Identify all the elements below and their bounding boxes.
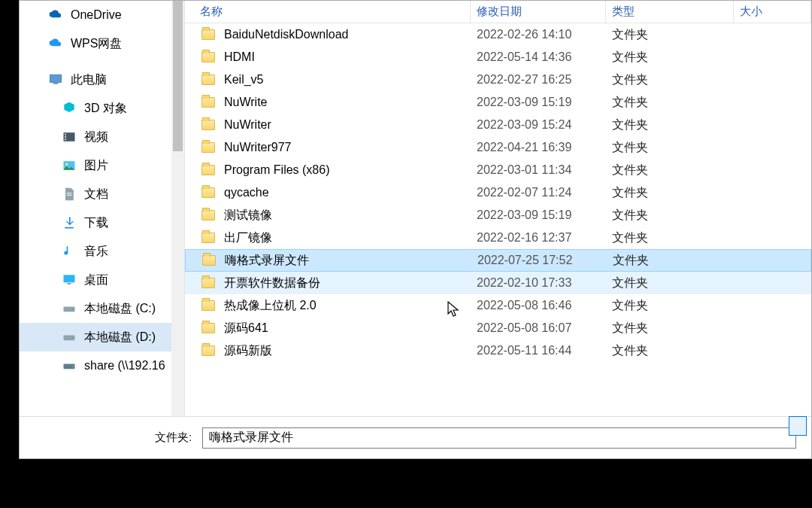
file-name: BaiduNetdiskDownload (224, 28, 348, 41)
scroll-thumb[interactable] (173, 1, 183, 151)
list-header: 名称 修改日期 类型 大小 (185, 1, 811, 23)
sidebar-item-5[interactable]: 图片 (20, 151, 177, 180)
sidebar-item-6[interactable]: 文档 (20, 180, 177, 208)
downloads-icon (62, 215, 77, 230)
svg-rect-5 (65, 139, 66, 141)
ok-button[interactable] (789, 416, 807, 436)
column-size[interactable]: 大小 (734, 1, 811, 23)
folder-icon (201, 75, 215, 85)
svg-rect-10 (68, 283, 71, 284)
sidebar-item-label: 图片 (84, 158, 108, 174)
file-row[interactable]: 热成像上位机 2.02022-05-08 16:46文件夹 (185, 294, 811, 317)
file-type: 文件夹 (606, 50, 734, 65)
file-date: 2022-02-07 11:24 (471, 186, 606, 199)
sidebar-item-10[interactable]: 本地磁盘 (C:) (20, 294, 177, 323)
cloud-wps-icon (48, 36, 63, 51)
file-type: 文件夹 (606, 117, 734, 133)
file-row[interactable]: BaiduNetdiskDownload2022-02-26 14:10文件夹 (185, 23, 811, 46)
file-row[interactable]: 出厂镜像2022-02-16 12:37文件夹 (185, 227, 811, 249)
file-dialog: OneDriveWPS网盘此电脑3D 对象视频图片文档下载音乐桌面本地磁盘 (C… (19, 0, 812, 459)
file-row[interactable]: 源码6412022-05-08 16:07文件夹 (185, 317, 811, 339)
file-name: 开票软件数据备份 (224, 275, 320, 291)
sidebar-item-label: 3D 对象 (84, 101, 127, 117)
sidebar-item-2[interactable]: 此电脑 (20, 65, 177, 94)
folder-icon (201, 187, 215, 198)
file-row[interactable]: NuWriter2022-03-09 15:24文件夹 (185, 114, 811, 136)
file-name: NuWriter977 (224, 141, 292, 154)
file-row[interactable]: 嗨格式录屏文件2022-07-25 17:52文件夹 (185, 249, 811, 272)
sidebar-item-7[interactable]: 下载 (20, 208, 177, 237)
sidebar-item-4[interactable]: 视频 (20, 123, 177, 151)
folder-icon (201, 210, 215, 221)
file-name: 源码新版 (224, 343, 272, 359)
bottom-bar: 文件夹: (20, 416, 811, 458)
file-row[interactable]: 开票软件数据备份2022-02-10 17:33文件夹 (185, 272, 811, 294)
folder-icon (201, 300, 215, 311)
file-type: 文件夹 (606, 140, 734, 156)
column-date[interactable]: 修改日期 (471, 1, 606, 23)
sidebar-item-12[interactable]: share (\\192.16 (20, 351, 177, 380)
file-date: 2022-05-08 16:46 (471, 299, 606, 312)
sidebar-item-1[interactable]: WPS网盘 (20, 29, 177, 58)
folder-icon (201, 323, 215, 333)
file-type: 文件夹 (606, 72, 734, 88)
drive-icon (62, 330, 77, 345)
sidebar: OneDriveWPS网盘此电脑3D 对象视频图片文档下载音乐桌面本地磁盘 (C… (20, 1, 185, 416)
file-date: 2022-03-09 15:19 (471, 208, 606, 222)
pictures-icon (62, 158, 77, 173)
file-row[interactable]: Program Files (x86)2022-03-01 11:34文件夹 (185, 159, 811, 181)
cloud-onedrive-icon (48, 8, 63, 23)
folder-icon (201, 120, 215, 130)
file-name: HDMI (224, 50, 255, 64)
column-name[interactable]: 名称 (185, 1, 471, 23)
file-row[interactable]: Keil_v52022-02-27 16:25文件夹 (185, 68, 811, 91)
file-row[interactable]: NuWriter9772022-04-21 16:39文件夹 (185, 136, 811, 159)
file-row[interactable]: 源码新版2022-05-11 16:44文件夹 (185, 339, 811, 362)
list-body: BaiduNetdiskDownload2022-02-26 14:10文件夹H… (185, 23, 811, 416)
sidebar-item-label: 桌面 (84, 272, 108, 288)
sidebar-item-0[interactable]: OneDrive (20, 1, 177, 29)
svg-rect-9 (64, 275, 75, 282)
file-name: Keil_v5 (224, 73, 263, 87)
sidebar-scrollbar[interactable] (171, 1, 184, 416)
folder-icon (201, 52, 215, 62)
folder-input[interactable] (202, 427, 796, 449)
documents-icon (62, 187, 77, 202)
file-date: 2022-05-14 14:36 (471, 50, 606, 64)
file-type: 文件夹 (606, 321, 734, 336)
sidebar-item-label: 本地磁盘 (D:) (84, 330, 156, 345)
folder-icon (201, 278, 215, 288)
drive-icon (62, 301, 77, 316)
svg-rect-0 (50, 75, 62, 82)
svg-rect-3 (65, 134, 66, 135)
file-type: 文件夹 (606, 95, 734, 111)
column-type[interactable]: 类型 (606, 1, 734, 23)
file-name: Program Files (x86) (224, 163, 329, 177)
file-date: 2022-03-01 11:34 (471, 163, 606, 177)
svg-rect-4 (65, 136, 66, 138)
file-row[interactable]: NuWrite2022-03-09 15:19文件夹 (185, 91, 811, 114)
sidebar-item-9[interactable]: 桌面 (20, 266, 177, 294)
sidebar-item-11[interactable]: 本地磁盘 (D:) (20, 323, 177, 351)
sidebar-item-label: 此电脑 (71, 72, 107, 88)
file-date: 2022-04-21 16:39 (471, 141, 606, 154)
file-type: 文件夹 (606, 275, 734, 291)
main-area: OneDriveWPS网盘此电脑3D 对象视频图片文档下载音乐桌面本地磁盘 (C… (20, 1, 811, 416)
file-row[interactable]: HDMI2022-05-14 14:36文件夹 (185, 46, 811, 68)
file-name: 嗨格式录屏文件 (225, 253, 309, 269)
file-row[interactable]: 测试镜像2022-03-09 15:19文件夹 (185, 204, 811, 227)
file-row[interactable]: qycache2022-02-07 11:24文件夹 (185, 181, 811, 204)
file-name: NuWriter (224, 118, 271, 132)
file-date: 2022-05-11 16:44 (471, 344, 606, 357)
sidebar-item-8[interactable]: 音乐 (20, 237, 177, 266)
sidebar-item-3[interactable]: 3D 对象 (20, 94, 177, 123)
file-type: 文件夹 (607, 253, 735, 269)
folder-icon (201, 29, 215, 40)
sidebar-item-label: WPS网盘 (71, 36, 122, 52)
sidebar-item-label: 音乐 (84, 244, 108, 260)
file-date: 2022-05-08 16:07 (471, 321, 606, 335)
file-list: 名称 修改日期 类型 大小 BaiduNetdiskDownload2022-0… (185, 1, 811, 416)
folder-icon (201, 233, 215, 243)
svg-rect-1 (53, 83, 59, 84)
video-icon (62, 129, 77, 144)
